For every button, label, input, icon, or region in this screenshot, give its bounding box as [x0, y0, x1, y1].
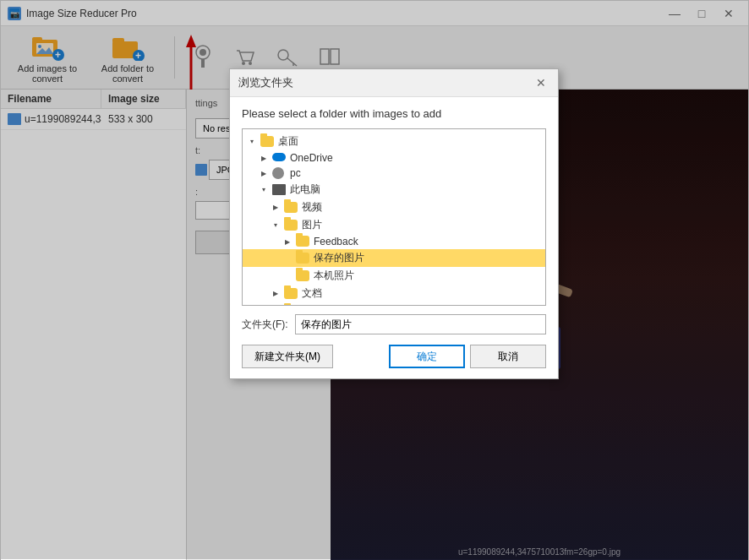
tree-item-documents[interactable]: ▶ 文档: [243, 285, 545, 302]
person-icon: [272, 167, 287, 179]
expand-thispc[interactable]: ▾: [258, 184, 270, 196]
pc-icon: [272, 184, 287, 196]
tree-label-feedback: Feedback: [314, 236, 358, 247]
onedrive-icon: [272, 152, 287, 164]
dialog-title: 浏览文件夹: [238, 75, 293, 90]
ok-button[interactable]: 确定: [389, 345, 465, 368]
tree-item-downloads[interactable]: ▶ 下载: [243, 302, 545, 306]
expand-pictures[interactable]: ▾: [270, 220, 282, 231]
folder-icon-saved-pictures: [296, 253, 311, 264]
expand-saved-pictures[interactable]: [282, 253, 293, 264]
expand-feedback[interactable]: ▶: [282, 236, 293, 247]
folder-icon-documents: [284, 288, 299, 300]
tree-item-camera-roll[interactable]: 本机照片: [243, 267, 545, 285]
folder-name-input[interactable]: [295, 314, 546, 334]
tree-label-downloads: 下载: [302, 304, 322, 306]
tree-item-pc[interactable]: ▶ pc: [243, 166, 545, 181]
tree-item-videos[interactable]: ▶ 视频: [243, 198, 545, 216]
expand-videos[interactable]: ▶: [270, 202, 282, 214]
tree-item-desktop[interactable]: ▾ 桌面: [243, 133, 545, 150]
tree-label-videos: 视频: [302, 200, 322, 215]
dialog-prompt: Please select a folder with images to ad…: [242, 107, 546, 120]
tree-label-pictures: 图片: [302, 218, 322, 232]
tree-label-thispc: 此电脑: [290, 182, 320, 197]
tree-item-feedback[interactable]: ▶ Feedback: [243, 234, 545, 249]
folder-name-row: 文件夹(F):: [242, 314, 546, 334]
expand-pc[interactable]: ▶: [258, 167, 270, 179]
tree-label-onedrive: OneDrive: [290, 152, 333, 164]
folder-icon-camera-roll: [296, 270, 311, 282]
expand-desktop[interactable]: ▾: [246, 136, 258, 148]
dialog-ok-cancel: 确定 取消: [389, 345, 546, 368]
tree-label-saved-pictures: 保存的图片: [314, 251, 364, 265]
expand-onedrive[interactable]: ▶: [258, 152, 270, 164]
dialog-close-button[interactable]: ✕: [533, 74, 549, 91]
expand-documents[interactable]: ▶: [270, 288, 282, 300]
tree-item-saved-pictures[interactable]: 保存的图片: [243, 249, 545, 267]
tree-label-desktop: 桌面: [278, 134, 298, 149]
dialog-overlay: 浏览文件夹 ✕ Please select a folder with imag…: [1, 1, 748, 559]
folder-label: 文件夹(F):: [242, 318, 288, 332]
folder-icon-pictures: [284, 220, 299, 231]
dialog-body: Please select a folder with images to ad…: [230, 97, 558, 378]
expand-camera-roll[interactable]: [282, 270, 293, 282]
expand-downloads[interactable]: ▶: [270, 306, 282, 307]
tree-item-thispc[interactable]: ▾ 此电脑: [243, 181, 545, 198]
dialog-title-bar: 浏览文件夹 ✕: [230, 69, 558, 97]
tree-label-pc: pc: [290, 167, 301, 179]
dialog-buttons: 新建文件夹(M) 确定 取消: [242, 345, 546, 368]
browse-folder-dialog: 浏览文件夹 ✕ Please select a folder with imag…: [229, 68, 559, 379]
folder-icon-desktop: [260, 136, 276, 148]
new-folder-button[interactable]: 新建文件夹(M): [242, 345, 333, 368]
tree-item-onedrive[interactable]: ▶ OneDrive: [243, 150, 545, 166]
tree-item-pictures[interactable]: ▾ 图片: [243, 216, 545, 234]
folder-icon-videos: [284, 202, 299, 214]
folder-tree[interactable]: ▾ 桌面 ▶ OneDrive ▶ pc: [242, 128, 546, 306]
cancel-button[interactable]: 取消: [470, 345, 546, 368]
folder-icon-feedback: [296, 236, 311, 247]
tree-label-camera-roll: 本机照片: [314, 269, 354, 283]
app-window: 📷 Image Size Reducer Pro — □ ✕: [0, 0, 749, 560]
folder-icon-downloads: [284, 306, 299, 307]
tree-label-documents: 文档: [302, 286, 322, 301]
